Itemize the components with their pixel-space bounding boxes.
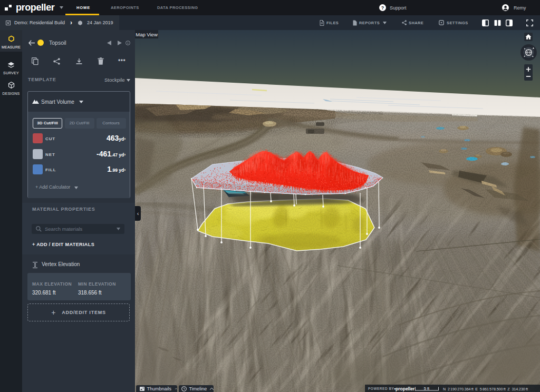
svg-text:5 ft: 5 ft [424, 386, 430, 391]
svg-text:?: ? [381, 5, 384, 11]
